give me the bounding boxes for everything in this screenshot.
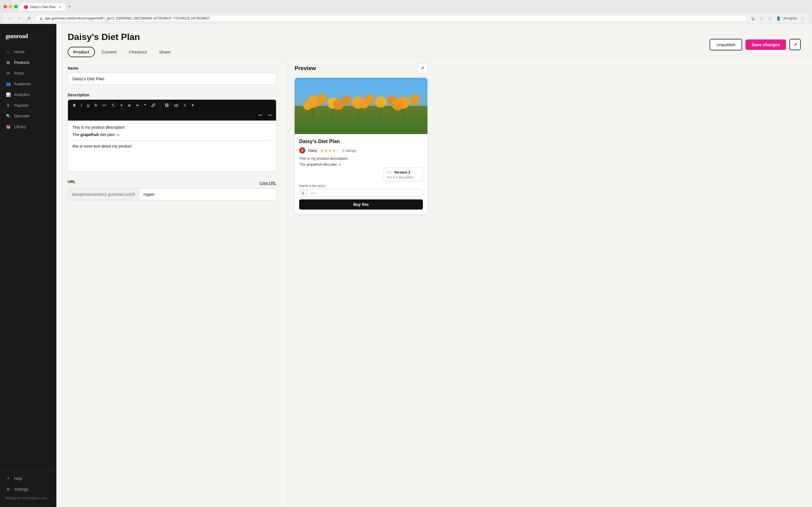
cast-icon[interactable]: 📡 — [750, 15, 756, 22]
url-field: daisyjonasnutrition1.gumroad.com/l/ nygw… — [68, 188, 276, 200]
sidebar-label-audience: Audience — [14, 82, 31, 86]
price-placeholder: 25+ — [307, 189, 319, 197]
toolbar-text-style[interactable]: Tₓ — [110, 102, 117, 108]
sidebar-label-products: Products — [14, 60, 30, 65]
star-3: ★ — [328, 149, 332, 153]
minimize-button[interactable] — [9, 5, 12, 8]
save-changes-button[interactable]: Save changes — [746, 40, 786, 50]
toolbar-video[interactable]: 📹 — [172, 102, 180, 108]
description-group: Description B I U S <> Tₓ ≡ ≣ ⇔ ❝ — [68, 93, 276, 172]
browser-tab[interactable]: Daisy's Diet Plan ✕ — [20, 3, 65, 11]
account-icon[interactable]: 👤 — [775, 15, 782, 22]
name-input[interactable] — [68, 73, 276, 85]
preview-expand-button[interactable]: ↗ — [417, 63, 427, 73]
preview-bottom: Name a fair price: £ 25+ Buy this — [299, 170, 423, 210]
forward-button[interactable]: › — [16, 15, 23, 22]
lock-icon: 🔒 — [39, 17, 43, 20]
discover-icon: 🔍 — [6, 114, 11, 119]
svg-point-11 — [410, 95, 420, 105]
description-label: Description — [68, 93, 276, 97]
content-area: Name Description B I U S <> Tₓ — [56, 57, 812, 507]
unpublish-button[interactable]: Unpublish — [710, 39, 742, 50]
close-button[interactable] — [3, 5, 7, 8]
external-link-button[interactable]: ↗ — [790, 39, 801, 50]
refresh-button[interactable]: ↺ — [26, 15, 33, 22]
preview-author-avatar: D — [299, 147, 305, 154]
sidebar-logo: gumroad — [0, 30, 56, 47]
editor-toolbar: B I U S <> Tₓ ≡ ≣ ⇔ ❝ 🔗 🖼 — [68, 100, 276, 111]
undo-button[interactable]: ↩ — [257, 112, 264, 118]
sidebar-item-settings[interactable]: ⚙ Settings — [0, 484, 56, 495]
back-button[interactable]: ‹ — [6, 15, 13, 22]
extension-icon[interactable]: □ — [767, 15, 773, 22]
toolbar-bullet-list[interactable]: ≡ — [119, 102, 124, 108]
redo-button[interactable]: ↪ — [266, 112, 273, 118]
toolbar-code[interactable]: <> — [100, 102, 108, 108]
sidebar-item-home[interactable]: ⌂ Home — [0, 47, 56, 57]
sidebar-label-home: Home — [14, 50, 24, 54]
toolbar-special[interactable]: ✦ — [190, 102, 196, 108]
tab-close-button[interactable]: ✕ — [59, 5, 61, 9]
svg-rect-1 — [295, 106, 427, 134]
svg-rect-20 — [403, 109, 404, 117]
svg-rect-19 — [380, 108, 382, 115]
posts-icon: ✉ — [6, 71, 11, 76]
tab-product[interactable]: Product — [68, 47, 95, 57]
tab-share[interactable]: Share — [154, 47, 176, 57]
url-suffix-input[interactable]: nygwv — [139, 189, 276, 200]
tab-checkout[interactable]: Checkout — [123, 47, 152, 57]
star-1: ★ — [320, 149, 324, 153]
sidebar-item-discover[interactable]: 🔍 Discover — [0, 111, 56, 121]
sidebar-item-posts[interactable]: ✉ Posts — [0, 68, 56, 78]
page-tabs: Product Content Checkout Share — [68, 47, 176, 57]
preview-meta: D Daisy ★ ★ ★ ★ ★ 2 ratings — [299, 147, 423, 154]
sidebar-item-audience[interactable]: 👥 Audience — [0, 78, 56, 89]
sidebar-label-posts: Posts — [14, 71, 24, 75]
page-header: Daisy's Diet Plan Product Content Checko… — [56, 24, 812, 57]
toolbar-align[interactable]: ⇔ — [134, 102, 141, 108]
toolbar-strikethrough[interactable]: S — [93, 102, 99, 108]
sidebar-label-analytics: Analytics — [14, 93, 30, 97]
toolbar-italic[interactable]: I — [79, 102, 84, 108]
toolbar-numbered-list[interactable]: ≣ — [126, 102, 133, 108]
editor-body[interactable]: This is my product description The grape… — [68, 121, 276, 171]
sidebar-item-help[interactable]: ? Help — [0, 473, 56, 484]
editor-pane: Name Description B I U S <> Tₓ — [56, 57, 288, 507]
tab-favicon — [24, 5, 28, 9]
sidebar-label-settings: Settings — [14, 487, 29, 492]
sidebar-item-products[interactable]: ⊞ Products — [0, 57, 56, 68]
toolbar-link[interactable]: 🔗 — [149, 102, 157, 108]
toolbar-twitter[interactable]: 𝕏 — [182, 102, 188, 108]
preview-ratings-count: 2 ratings — [342, 149, 356, 153]
sidebar-item-analytics[interactable]: 📊 Analytics — [0, 89, 56, 100]
maximize-button[interactable] — [14, 5, 18, 8]
version-badge: £0+ Version 2 this is a description — [384, 168, 423, 181]
status-text: Waiting for www.dropbox.com... — [6, 496, 49, 500]
library-icon: 📚 — [6, 124, 11, 129]
toolbar-underline[interactable]: U — [85, 102, 91, 108]
address-bar[interactable]: 🔒 app.gumroad.com/products/nygwv/edit?_g… — [35, 15, 748, 22]
price-input-field[interactable]: £ 25+ — [299, 189, 423, 197]
menu-icon[interactable]: ⋮ — [799, 15, 806, 22]
toolbar-image[interactable]: 🖼 — [163, 102, 170, 108]
sidebar-item-library[interactable]: 📚 Library — [0, 121, 56, 132]
copy-url-button[interactable]: Copy URL — [259, 181, 276, 185]
preview-pane: Preview ↗ — [288, 57, 434, 507]
desc-bold-word: grapefruit — [80, 132, 99, 137]
analytics-icon: 📊 — [6, 92, 11, 97]
sidebar-bottom: ? Help ⚙ Settings Waiting for www.dropbo… — [0, 470, 56, 501]
tab-content[interactable]: Content — [96, 47, 122, 57]
preview-desc-line1: This is my product description — [299, 156, 423, 161]
url-label: URL — [68, 179, 76, 184]
sidebar-item-payouts[interactable]: $ Payouts — [0, 100, 56, 111]
new-tab-button[interactable]: + — [66, 2, 72, 11]
preview-content-area: Daisy's Diet Plan D Daisy ★ ★ ★ ★ ★ — [295, 134, 427, 214]
svg-point-15 — [392, 99, 403, 110]
toolbar-bold[interactable]: B — [71, 102, 77, 108]
header-actions: Unpublish Save changes ↗ — [710, 39, 801, 50]
buy-button[interactable]: Buy this — [299, 200, 423, 210]
bookmark-icon[interactable]: ☆ — [758, 15, 765, 22]
toolbar-blockquote[interactable]: ❝ — [142, 102, 148, 108]
settings-icon: ⚙ — [6, 487, 11, 492]
preview-desc-line2: The grapefruit diet plan ☺ — [299, 162, 423, 166]
